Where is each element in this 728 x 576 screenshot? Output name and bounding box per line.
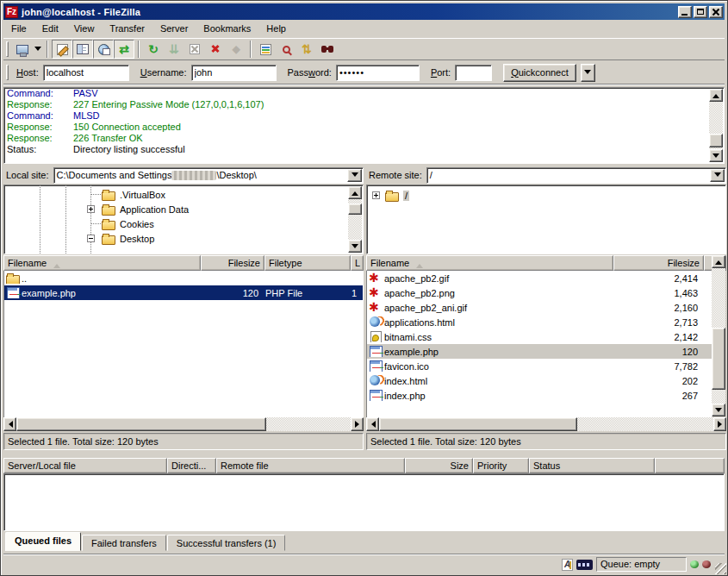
scroll-thumb[interactable] <box>16 417 266 431</box>
scroll-right-button[interactable] <box>713 417 726 431</box>
column-header-direction[interactable]: Directi... <box>167 458 216 473</box>
find-files-button[interactable] <box>317 40 338 59</box>
file-row[interactable]: bitnami.css 2,142 <box>367 329 712 344</box>
cancel-operation-button[interactable] <box>184 40 205 59</box>
remote-vscrollbar[interactable] <box>712 255 725 416</box>
local-path-dropdown[interactable] <box>347 169 362 182</box>
site-manager-dropdown[interactable] <box>33 40 43 59</box>
arrow-down-icon <box>715 408 722 416</box>
file-row[interactable]: favicon.ico 7,782 <box>367 359 712 373</box>
column-header-filename[interactable]: Filename <box>3 255 201 271</box>
synchronized-browsing-button[interactable]: ⇅ <box>296 40 317 59</box>
toggle-remote-tree-button[interactable] <box>93 40 114 59</box>
log-scrollbar[interactable] <box>709 89 723 162</box>
tree-item-cookies[interactable]: Cookies <box>4 216 363 231</box>
local-path-combo[interactable]: C:\Documents and Settings\Desktop\ <box>53 167 364 184</box>
tree-item-application-data[interactable]: Application Data <box>4 202 363 216</box>
quickconnect-dropdown[interactable] <box>581 64 595 82</box>
menu-transfer[interactable]: Transfer <box>102 22 152 36</box>
username-input[interactable] <box>191 65 277 81</box>
scroll-right-button[interactable] <box>351 417 364 431</box>
file-row-example-php[interactable]: example.php 120 <box>367 344 712 359</box>
scroll-thumb[interactable] <box>712 328 725 390</box>
scroll-up-button[interactable] <box>348 186 362 199</box>
tab-queued-files[interactable]: Queued files <box>5 532 81 551</box>
file-row[interactable]: index.html 202 <box>367 373 712 388</box>
file-row-parent-dir[interactable]: .. <box>4 271 363 285</box>
minimize-button[interactable] <box>678 6 692 18</box>
port-input[interactable] <box>455 65 492 81</box>
menu-help[interactable]: Help <box>258 22 294 36</box>
close-button[interactable] <box>709 6 723 18</box>
reconnect-button[interactable]: ◆ <box>226 40 246 59</box>
arrow-up-icon <box>352 188 358 196</box>
column-header-filetype[interactable]: Filetype <box>264 255 351 271</box>
tab-successful-transfers[interactable]: Successful transfers (1) <box>167 535 286 551</box>
password-input[interactable] <box>336 65 420 81</box>
menu-view[interactable]: View <box>66 22 103 36</box>
host-input[interactable] <box>43 65 129 81</box>
toggle-transfer-queue-button[interactable]: ⇄ <box>114 40 134 59</box>
toggle-local-tree-button[interactable] <box>72 40 93 59</box>
local-file-list: .. example.php 120 PHP File 1 <box>3 271 364 417</box>
tree-item-root[interactable]: / <box>367 188 725 203</box>
scroll-left-button[interactable] <box>366 417 379 431</box>
remote-path-combo[interactable]: / <box>426 167 726 184</box>
folder-icon <box>385 190 399 201</box>
resize-grip[interactable] <box>715 563 726 574</box>
tree-item-desktop[interactable]: Desktop <box>4 231 363 246</box>
site-manager-button[interactable] <box>12 40 33 59</box>
tree-item-virtualbox[interactable]: .VirtualBox <box>4 187 363 202</box>
directory-comparison-button[interactable] <box>276 40 296 59</box>
scroll-up-button[interactable] <box>712 255 725 268</box>
file-row[interactable]: index.php 267 <box>367 388 712 403</box>
process-queue-button[interactable]: ⇊ <box>164 40 184 59</box>
scroll-up-button[interactable] <box>709 89 723 102</box>
column-header-remote-file[interactable]: Remote file <box>216 458 405 473</box>
menu-edit[interactable]: Edit <box>34 22 66 36</box>
title-bar[interactable]: Fz john@localhost - FileZilla <box>3 3 725 20</box>
scroll-thumb[interactable] <box>379 417 577 431</box>
remote-hscrollbar[interactable] <box>366 417 726 431</box>
column-header-lastmodified[interactable]: L <box>351 255 364 271</box>
toolbar-grip[interactable] <box>6 41 9 57</box>
expand-icon[interactable] <box>372 191 380 199</box>
menu-server[interactable]: Server <box>152 22 196 36</box>
local-tree-scrollbar[interactable] <box>348 186 362 253</box>
quickbar-grip[interactable] <box>6 65 9 80</box>
tab-failed-transfers[interactable]: Failed transfers <box>82 535 166 551</box>
column-header-filename[interactable]: Filename <box>366 255 613 271</box>
scroll-thumb[interactable] <box>348 203 362 215</box>
log-line: Response:150 Connection accepted <box>4 122 724 133</box>
directory-filters-button[interactable] <box>255 40 276 59</box>
quickconnect-button[interactable]: Quickconnect <box>503 64 576 82</box>
scroll-down-button[interactable] <box>712 404 725 416</box>
expand-icon[interactable] <box>87 205 95 213</box>
menu-file[interactable]: File <box>3 22 34 36</box>
column-header-status[interactable]: Status <box>529 458 655 473</box>
refresh-button[interactable]: ↻ <box>143 40 164 59</box>
column-header-filesize[interactable]: Filesize <box>613 255 704 271</box>
scroll-left-button[interactable] <box>3 417 16 431</box>
column-header-filler <box>655 458 725 473</box>
toggle-message-log-button[interactable] <box>52 40 72 59</box>
folder-icon <box>102 203 115 215</box>
column-header-filesize[interactable]: Filesize <box>201 255 264 271</box>
file-row[interactable]: applications.html 2,713 <box>367 315 712 329</box>
file-row[interactable]: apache_pb2.gif 2,414 <box>367 271 712 285</box>
column-header-size[interactable]: Size <box>405 458 473 473</box>
file-row[interactable]: apache_pb2.png 1,463 <box>367 285 712 300</box>
column-header-server-local-file[interactable]: Server/Local file <box>3 458 167 473</box>
scroll-down-button[interactable] <box>348 240 362 253</box>
menu-bookmarks[interactable]: Bookmarks <box>196 22 258 36</box>
scroll-thumb[interactable] <box>709 134 723 147</box>
remote-path-dropdown[interactable] <box>710 169 725 182</box>
file-row[interactable]: apache_pb2_ani.gif 2,160 <box>367 300 712 315</box>
maximize-button[interactable] <box>694 6 707 18</box>
column-header-priority[interactable]: Priority <box>473 458 529 473</box>
scroll-down-button[interactable] <box>709 149 723 162</box>
file-row-example-php[interactable]: example.php 120 PHP File 1 <box>4 285 363 300</box>
collapse-icon[interactable] <box>87 235 95 242</box>
disconnect-button[interactable] <box>205 40 226 59</box>
local-hscrollbar[interactable] <box>3 417 364 431</box>
